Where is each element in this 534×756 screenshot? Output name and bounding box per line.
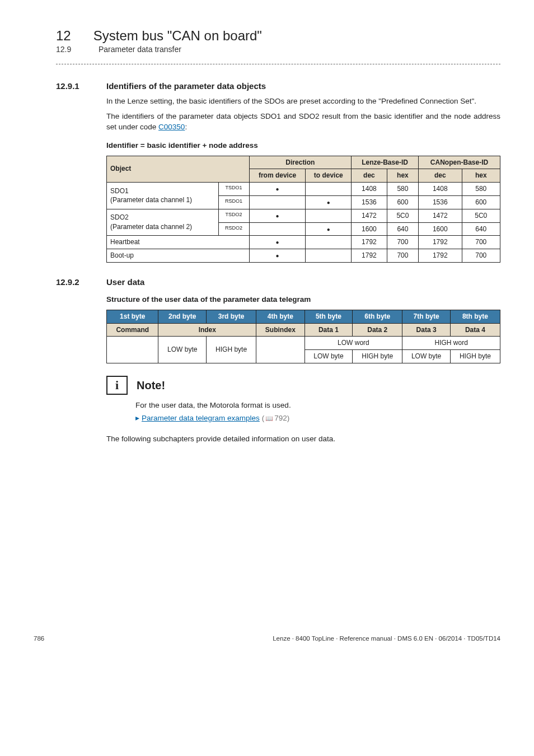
paragraph: The following subchapters provide detail… — [106, 434, 500, 445]
section-number: 12.9 — [56, 45, 76, 54]
col-direction: Direction — [249, 156, 351, 169]
table-cell-value: 1792 — [419, 249, 462, 263]
book-icon — [264, 414, 274, 422]
table-cell-to — [306, 195, 352, 209]
cell: HIGH word — [402, 337, 500, 350]
table-cell-value: 1792 — [352, 249, 387, 263]
table-cell-from — [249, 183, 306, 196]
text-run: : — [185, 123, 187, 131]
table-cell-value: 1408 — [352, 183, 387, 196]
subsection-title: Identifiers of the parameter data object… — [106, 81, 266, 91]
table-cell-object: Boot-up — [107, 249, 250, 263]
col-lenze: Lenze-Base-ID — [352, 156, 419, 169]
table-cell-from — [249, 249, 306, 263]
col-byte: 8th byte — [450, 310, 500, 323]
col-byte: 5th byte — [305, 310, 353, 323]
table-cell-sup: RSDO2 — [218, 222, 249, 236]
col-byte: 7th byte — [402, 310, 451, 323]
identifier-table: Object Direction Lenze-Base-ID CANopen-B… — [106, 156, 500, 263]
col-byte: 1st byte — [107, 310, 158, 323]
code-link[interactable]: C00350 — [158, 123, 185, 131]
cell: LOW word — [305, 337, 402, 350]
table-cell-value: 1600 — [419, 222, 462, 236]
table-cell-value: 600 — [387, 195, 418, 209]
divider-dashed — [56, 64, 500, 64]
cell: LOW byte — [158, 337, 207, 363]
table-cell-value: 700 — [387, 249, 418, 263]
cell: LOW byte — [402, 350, 451, 363]
table-cell-value: 700 — [462, 249, 500, 263]
table-cell-value: 640 — [387, 222, 418, 236]
table-cell-value: 1472 — [352, 209, 387, 222]
formula-heading: Identifier = basic identifier + node add… — [106, 141, 500, 151]
chapter-number: 12 — [56, 28, 71, 44]
cell-empty — [107, 337, 158, 363]
footer-text: Lenze · 8400 TopLine · Reference manual … — [273, 635, 500, 642]
subsection-number: 12.9.2 — [56, 277, 90, 287]
col-to-device: to device — [306, 169, 352, 183]
chapter-title: System bus "CAN on board" — [93, 28, 262, 44]
table-cell-value: 580 — [387, 183, 418, 196]
table-cell-from — [249, 236, 306, 249]
col-data3: Data 3 — [402, 323, 451, 337]
col-subindex: Subindex — [256, 323, 305, 337]
col-command: Command — [107, 323, 158, 337]
note-title: Note! — [137, 377, 165, 393]
col-byte: 6th byte — [353, 310, 402, 323]
triangle-icon — [135, 414, 142, 422]
cell: LOW byte — [305, 350, 353, 363]
col-hex: hex — [387, 169, 418, 183]
col-byte: 4th byte — [256, 310, 305, 323]
table-cell-to — [306, 222, 352, 236]
table-cell-to — [306, 236, 352, 249]
table-cell-value: 1792 — [419, 236, 462, 249]
col-index: Index — [158, 323, 256, 337]
page-number: 786 — [34, 635, 44, 642]
table-cell-from — [249, 195, 306, 209]
col-byte: 2nd byte — [158, 310, 207, 323]
col-dec: dec — [419, 169, 462, 183]
col-from-device: from device — [249, 169, 306, 183]
paragraph: In the Lenze setting, the basic identifi… — [106, 96, 500, 107]
table-cell-value: 1600 — [352, 222, 387, 236]
table-cell-value: 5C0 — [387, 209, 418, 222]
table-cell-value: 1536 — [419, 195, 462, 209]
col-data4: Data 4 — [450, 323, 500, 337]
cell: HIGH byte — [450, 350, 500, 363]
table-cell-to — [306, 249, 352, 263]
table-cell-object: SDO2(Parameter data channel 2) — [107, 209, 219, 236]
col-object: Object — [107, 156, 250, 183]
table-cell-sup: RSDO1 — [218, 195, 249, 209]
table-cell-value: 1792 — [352, 236, 387, 249]
col-byte: 3rd byte — [207, 310, 256, 323]
cell: HIGH byte — [353, 350, 402, 363]
table-cell-from — [249, 209, 306, 222]
table-cell-value: 640 — [462, 222, 500, 236]
table-cell-value: 700 — [387, 236, 418, 249]
table-cell-value: 600 — [462, 195, 500, 209]
col-dec: dec — [352, 169, 387, 183]
col-data2: Data 2 — [353, 323, 402, 337]
subsection-number: 12.9.1 — [56, 81, 90, 91]
cell: HIGH byte — [207, 337, 256, 363]
page-reference: (792) — [262, 414, 290, 422]
pageref-number: 792 — [274, 414, 287, 422]
table-cell-value: 1472 — [419, 209, 462, 222]
info-icon: i — [106, 376, 128, 395]
col-canopen: CANopen-Base-ID — [419, 156, 500, 169]
table-cell-value: 580 — [462, 183, 500, 196]
paragraph: The identifiers of the parameter data ob… — [106, 111, 500, 133]
table-cell-value: 1408 — [419, 183, 462, 196]
cell-empty — [256, 337, 305, 363]
table-cell-sup: TSDO1 — [218, 183, 249, 196]
col-hex: hex — [462, 169, 500, 183]
table-cell-to — [306, 209, 352, 222]
table-cell-object: SDO1(Parameter data channel 1) — [107, 183, 219, 209]
col-data1: Data 1 — [305, 323, 353, 337]
subsection-title: User data — [106, 277, 144, 287]
table-cell-value: 1536 — [352, 195, 387, 209]
table-cell-sup: TSDO2 — [218, 209, 249, 222]
note-link[interactable]: Parameter data telegram examples — [142, 414, 260, 422]
section-title: Parameter data transfer — [99, 45, 181, 54]
userdata-table: 1st byte2nd byte3rd byte4th byte5th byte… — [106, 310, 500, 363]
